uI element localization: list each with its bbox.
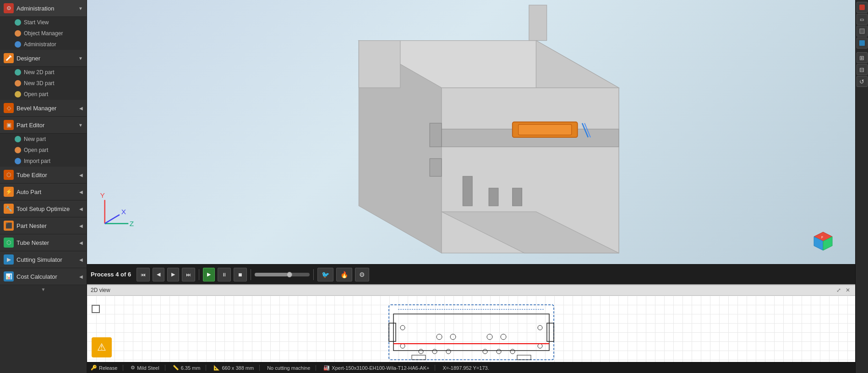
svg-rect-50 xyxy=(860,29,864,33)
sidebar-section-label-tool-setup: Tool Setup Optimize xyxy=(16,205,79,212)
dimensions-label: 660 x 388 mm xyxy=(222,365,254,371)
sidebar-section-designer[interactable]: Designer ▼ xyxy=(0,50,87,67)
sidebar-item-new-3d[interactable]: New 3D part xyxy=(0,78,87,89)
sidebar-section-part-nester[interactable]: ⬛ Part Nester ◀ xyxy=(0,217,87,234)
svg-line-19 xyxy=(105,215,120,223)
cost-calc-arrow: ◀ xyxy=(79,274,83,279)
machine-label: No cutting machine xyxy=(267,365,310,371)
sidebar-item-new-part[interactable]: New part xyxy=(0,134,87,145)
dimensions-icon: 📐 xyxy=(213,365,220,371)
svg-text:F: F xyxy=(821,236,823,239)
object-manager-label: Object Manager xyxy=(24,30,63,37)
tube-nester-icon: ⬡ xyxy=(4,238,14,248)
sidebar-item-new-2d[interactable]: New 2D part xyxy=(0,67,87,78)
warning-box: ⚠ xyxy=(92,337,112,357)
flame-button[interactable]: 🔥 xyxy=(336,268,352,281)
open-part-label: Open part xyxy=(24,147,48,153)
zoom-region-button[interactable]: ⊞ xyxy=(857,52,868,63)
sidebar-section-administration[interactable]: ⚙ Administration ▼ xyxy=(0,0,87,17)
sidebar-item-start-view[interactable]: Start View xyxy=(0,17,87,28)
sidebar-item-administrator[interactable]: Administrator xyxy=(0,39,87,50)
part-nester-arrow: ◀ xyxy=(79,223,83,228)
sidebar-section-tube-editor[interactable]: ⬡ Tube Editor ◀ xyxy=(0,167,87,184)
sidebar-section-tube-nester[interactable]: ⬡ Tube Nester ◀ xyxy=(0,234,87,251)
pause-button[interactable]: ⏸ xyxy=(218,268,231,281)
sidebar-section-label-cutting-sim: Cutting Simulator xyxy=(16,256,79,263)
svg-point-31 xyxy=(400,325,405,330)
svg-rect-7 xyxy=(430,159,442,177)
play-button[interactable]: ▶ xyxy=(203,268,215,281)
sidebar-item-import-part[interactable]: Import part xyxy=(0,156,87,167)
right-toolbar: ▭ ⊞ ⊟ ↺ xyxy=(855,0,868,373)
panel-title: 2D view xyxy=(91,287,110,293)
sidebar-section-bevel[interactable]: ◇ Bevel Manager ◀ xyxy=(0,100,87,117)
rotate-button[interactable]: ↺ xyxy=(857,76,868,87)
svg-rect-46 xyxy=(412,355,426,360)
status-release[interactable]: 🔑 Release xyxy=(91,365,123,371)
progress-track xyxy=(255,273,310,276)
sidebar-section-cost-calc[interactable]: 📊 Cost Calculator ◀ xyxy=(0,268,87,285)
last-button[interactable]: ⏭ xyxy=(182,268,195,281)
sidebar-section-label-tube-nester: Tube Nester xyxy=(16,239,79,246)
object-manager-dot xyxy=(15,30,21,37)
svg-marker-4 xyxy=(359,41,400,88)
start-view-dot xyxy=(15,19,21,26)
3d-scene-svg: Z Y X xyxy=(87,0,855,264)
view-3d-button[interactable] xyxy=(857,26,868,37)
svg-text:X: X xyxy=(121,208,126,216)
flag-red-button[interactable] xyxy=(857,2,868,13)
process-toolbar: Process 4 of 6 ⏮ ◀ ▶ ⏭ ▶ ⏸ ⏹ 🐦 🔥 ⚙ xyxy=(87,264,855,284)
settings-button[interactable]: ⚙ xyxy=(355,268,369,281)
bevel-arrow: ◀ xyxy=(79,106,83,111)
svg-rect-29 xyxy=(389,323,396,341)
zoom-fit-button[interactable]: ⊟ xyxy=(857,64,868,75)
toolbar-separator-2 xyxy=(251,269,251,280)
open-part-designer-label: Open part xyxy=(24,91,48,97)
checkbox-element[interactable] xyxy=(92,305,100,313)
status-thickness: 📏 6.35 mm xyxy=(173,365,207,371)
stop-button[interactable]: ⏹ xyxy=(234,268,247,281)
next-button[interactable]: ▶ xyxy=(167,268,179,281)
status-profile: 🏭 Xpert-150x3100-EH100-Wila-T12-HA6-AK+ xyxy=(323,365,435,371)
sidebar: ⚙ Administration ▼ Start View Object Man… xyxy=(0,0,87,373)
svg-text:Z: Z xyxy=(130,220,134,227)
viewport-3d: Z Y X F xyxy=(87,0,855,264)
first-button[interactable]: ⏮ xyxy=(136,268,150,281)
panel-close-button[interactable]: ✕ xyxy=(844,287,852,294)
svg-point-40 xyxy=(419,349,423,354)
prev-button[interactable]: ◀ xyxy=(153,268,164,281)
sidebar-item-open-part-designer[interactable]: Open part xyxy=(0,89,87,100)
bottom-panel: 2D view ⤢ ✕ ⚠ xyxy=(87,284,855,362)
tube-editor-arrow: ◀ xyxy=(79,173,83,178)
panel-resize-button[interactable]: ⤢ xyxy=(835,287,842,294)
cutting-sim-arrow: ◀ xyxy=(79,257,83,262)
sidebar-scroll-down[interactable]: ▼ xyxy=(0,285,87,294)
new-part-dot xyxy=(15,136,21,142)
view-blue-button[interactable] xyxy=(857,38,868,49)
svg-rect-49 xyxy=(859,5,865,10)
sidebar-section-label-cost-calc: Cost Calculator xyxy=(16,273,79,280)
thickness-icon: 📏 xyxy=(173,365,179,371)
progress-fill xyxy=(255,273,288,276)
sidebar-item-object-manager[interactable]: Object Manager xyxy=(0,28,87,39)
tube-nester-arrow: ◀ xyxy=(79,240,83,245)
svg-rect-30 xyxy=(547,323,554,341)
new-3d-label: New 3D part xyxy=(24,80,55,86)
sidebar-section-tool-setup[interactable]: 🔧 Tool Setup Optimize ◀ xyxy=(0,200,87,217)
sidebar-item-open-part[interactable]: Open part xyxy=(0,145,87,156)
svg-point-43 xyxy=(483,349,487,354)
panel-header: 2D view ⤢ ✕ xyxy=(87,285,855,296)
administrator-label: Administrator xyxy=(24,41,56,48)
designer-icon xyxy=(4,53,14,63)
sidebar-section-label-bevel: Bevel Manager xyxy=(16,105,79,112)
svg-rect-47 xyxy=(517,355,531,360)
svg-rect-9 xyxy=(519,124,572,135)
view-bird-button[interactable]: 🐦 xyxy=(317,268,333,281)
sidebar-section-part-editor[interactable]: ▣ Part Editor ▼ xyxy=(0,117,87,134)
tube-editor-icon: ⬡ xyxy=(4,170,14,180)
sidebar-section-cutting-sim[interactable]: ▶ Cutting Simulator ◀ xyxy=(0,251,87,268)
sidebar-section-auto-part[interactable]: ⚡ Auto Part ◀ xyxy=(0,184,87,200)
release-label: Release xyxy=(99,365,117,371)
svg-point-45 xyxy=(510,349,515,354)
view-flat-button[interactable]: ▭ xyxy=(857,14,868,25)
